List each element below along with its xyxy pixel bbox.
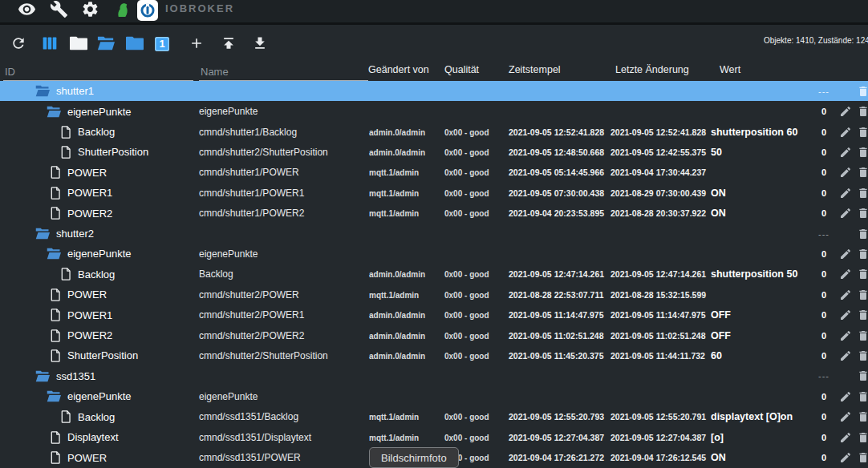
name-filter-input[interactable] xyxy=(199,63,368,81)
table-row[interactable]: BacklogBacklogadmin.0/admin0x00 - good20… xyxy=(0,264,868,284)
edit-button[interactable] xyxy=(839,431,852,444)
edit-button[interactable] xyxy=(839,349,852,362)
counter: 0 xyxy=(812,433,836,442)
delete-button[interactable] xyxy=(857,410,868,423)
delete-button[interactable] xyxy=(857,126,868,139)
table-row[interactable]: Backlogcmnd/shutter1/Backlogadmin.0/admi… xyxy=(0,122,868,142)
edit-button[interactable] xyxy=(839,105,852,118)
edit-button[interactable] xyxy=(839,146,852,159)
collapse-level-button[interactable] xyxy=(126,35,144,51)
timestamp: 2021-09-05 11:45:20.375 xyxy=(509,351,604,361)
table-row[interactable]: ShutterPositioncmnd/shutter2/ShutterPosi… xyxy=(0,345,868,365)
value: ON xyxy=(711,188,726,199)
delete-button[interactable] xyxy=(857,85,868,98)
upload-button[interactable] xyxy=(220,35,237,51)
object-id-label: POWER xyxy=(67,167,107,179)
delete-button[interactable] xyxy=(857,248,868,260)
header-last-change: Letzte Änderung xyxy=(615,64,689,75)
edit-button[interactable] xyxy=(839,166,852,179)
folder-open-icon xyxy=(47,248,61,260)
mascot-icon[interactable] xyxy=(113,0,132,18)
edit-button[interactable] xyxy=(839,288,852,301)
delete-button[interactable] xyxy=(857,288,868,301)
object-id-cell: Backlog xyxy=(0,122,115,142)
delete-button[interactable] xyxy=(857,146,868,159)
table-row[interactable]: shutter2--- xyxy=(0,224,868,244)
table-row[interactable]: Backlogcmnd/ssd1351/Backlogmqtt.1/admin0… xyxy=(0,407,868,427)
delete-button[interactable] xyxy=(857,431,868,444)
table-row[interactable]: ssd1351--- xyxy=(0,366,868,386)
gear-icon[interactable] xyxy=(81,0,99,18)
eye-icon[interactable] xyxy=(18,0,36,18)
delete-button[interactable] xyxy=(857,166,868,179)
objects-toolbar: 1 Objekte: 1410, Zustände: 124 xyxy=(0,25,868,61)
file-icon xyxy=(61,126,71,139)
file-icon xyxy=(51,451,61,464)
table-row[interactable]: eigenePunkteeigenePunkte0 xyxy=(0,244,868,264)
expand-all-button[interactable] xyxy=(97,35,115,51)
table-row[interactable]: shutter1--- xyxy=(0,81,868,101)
table-row[interactable]: POWERcmnd/shutter2/POWERmqtt.1/admin0x00… xyxy=(0,284,868,305)
delete-button[interactable] xyxy=(857,268,868,280)
delete-button[interactable] xyxy=(857,309,868,321)
delete-button[interactable] xyxy=(857,228,868,240)
delete-button[interactable] xyxy=(857,349,868,362)
delete-button[interactable] xyxy=(857,105,868,118)
edit-button[interactable] xyxy=(839,309,852,321)
delete-button[interactable] xyxy=(857,187,868,200)
collapse-all-button[interactable] xyxy=(70,35,87,51)
table-row[interactable]: POWER1cmnd/shutter1/POWER1mqtt.1/admin0x… xyxy=(0,183,868,203)
object-name: cmnd/ssd1351/POWER xyxy=(199,452,301,463)
edit-button[interactable] xyxy=(839,390,852,403)
counter: 0 xyxy=(812,269,836,279)
expand-level-1-button[interactable]: 1 xyxy=(155,35,172,51)
object-name: cmnd/shutter2/POWER2 xyxy=(199,330,304,341)
table-row[interactable]: ShutterPositioncmnd/shutter2/ShutterPosi… xyxy=(0,142,868,162)
edit-button[interactable] xyxy=(839,248,852,260)
object-id-label: POWER2 xyxy=(67,208,112,220)
value: ON xyxy=(711,208,726,219)
file-icon xyxy=(61,410,71,423)
edit-button[interactable] xyxy=(839,207,852,220)
value: shutterposition 60 xyxy=(711,127,797,138)
edit-button[interactable] xyxy=(839,126,852,139)
wrench-icon[interactable] xyxy=(50,0,68,18)
object-name: cmnd/shutter2/POWER xyxy=(199,289,299,301)
timestamp: 2021-09-05 12:52:41.828 xyxy=(509,127,604,137)
object-id-label: POWER1 xyxy=(67,309,112,321)
id-filter-input[interactable] xyxy=(3,63,193,81)
file-icon xyxy=(51,329,61,342)
add-object-button[interactable] xyxy=(188,35,205,51)
refresh-button[interactable] xyxy=(10,35,27,51)
last-change: 2021-09-05 11:14:47.975 xyxy=(610,310,706,320)
table-header: Geändert von Qualität Zeitstempel Letzte… xyxy=(0,61,868,81)
edit-button[interactable] xyxy=(839,329,852,342)
table-row[interactable]: POWER1cmnd/shutter2/POWER1admin.0/admin0… xyxy=(0,305,868,325)
counter: 0 xyxy=(812,167,836,177)
delete-button[interactable] xyxy=(857,451,868,464)
edit-button[interactable] xyxy=(839,268,852,280)
edit-button[interactable] xyxy=(839,187,852,200)
file-icon xyxy=(51,288,61,301)
edit-button[interactable] xyxy=(839,410,852,423)
last-change: 2021-09-05 12:47:14.261 xyxy=(610,269,706,279)
objects-tree: shutter1---eigenePunkteeigenePunkte0Back… xyxy=(0,81,868,468)
download-button[interactable] xyxy=(251,35,269,51)
table-row[interactable]: eigenePunkteeigenePunkte0 xyxy=(0,386,868,406)
delete-button[interactable] xyxy=(857,207,868,220)
columns-button[interactable] xyxy=(41,35,59,51)
folder-open-icon xyxy=(47,390,61,402)
table-row[interactable]: POWER2cmnd/shutter1/POWER2mqtt.1/admin0x… xyxy=(0,203,868,223)
delete-button[interactable] xyxy=(857,369,868,382)
table-row[interactable]: Displaytextcmnd/ssd1351/Displaytextmqtt.… xyxy=(0,427,868,447)
counter: 0 xyxy=(812,188,836,198)
table-row[interactable]: POWERcmnd/shutter1/POWERmqtt.1/admin0x00… xyxy=(0,163,868,183)
edit-button[interactable] xyxy=(839,451,852,464)
table-row[interactable]: POWER2cmnd/shutter2/POWER2admin.0/admin0… xyxy=(0,325,868,345)
quality: 0x00 - good xyxy=(444,433,489,442)
object-id-cell: shutter1 xyxy=(0,81,94,101)
table-row[interactable]: eigenePunkteeigenePunkte0 xyxy=(0,101,868,121)
delete-button[interactable] xyxy=(857,390,868,403)
object-name: cmnd/shutter2/POWER1 xyxy=(199,309,304,321)
delete-button[interactable] xyxy=(857,329,868,342)
